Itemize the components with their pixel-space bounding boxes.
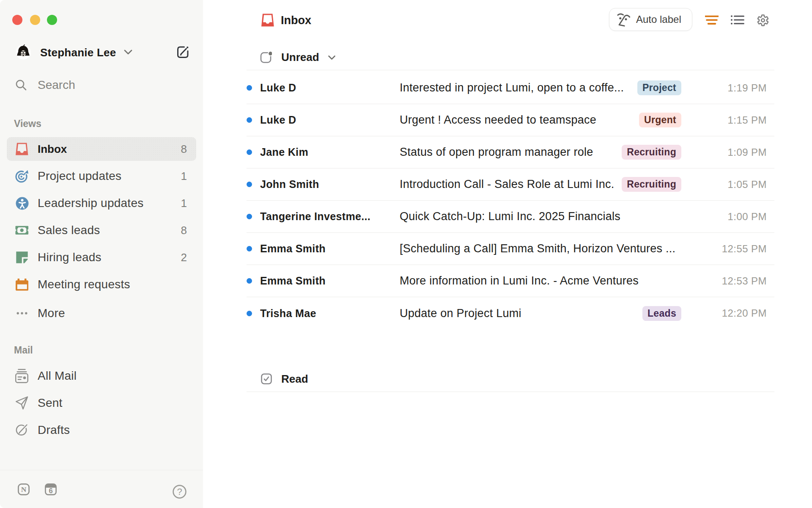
svg-text:?: ?	[177, 486, 182, 497]
svg-text:6: 6	[49, 487, 52, 494]
svg-text:N: N	[21, 485, 27, 494]
